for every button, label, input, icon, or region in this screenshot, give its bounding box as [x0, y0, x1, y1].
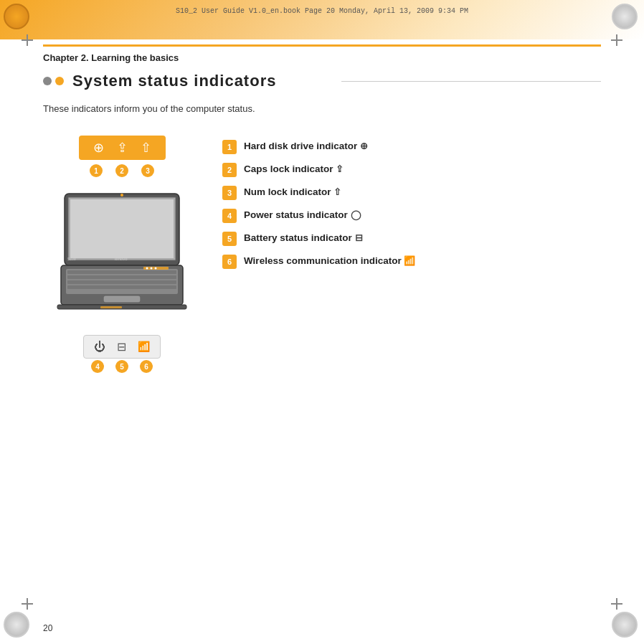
- top-badge-row: 1 2 3: [90, 164, 154, 177]
- badge-2: 2: [115, 164, 128, 177]
- section-title-row: System status indicators: [43, 72, 601, 90]
- ind-symbol-6: 📶: [404, 255, 415, 266]
- badge-3: 3: [141, 164, 154, 177]
- svg-rect-12: [104, 296, 140, 302]
- chapter-heading-text: Chapter 2. Learning the basics: [43, 52, 179, 63]
- badge-5: 5: [115, 360, 128, 373]
- svg-rect-11: [67, 285, 176, 289]
- svg-rect-8: [67, 270, 176, 274]
- ind-symbol-4: ◯: [351, 209, 361, 220]
- ind-label-2: Caps lock indicator ⇪: [244, 163, 344, 176]
- indicator-item-5: 5 Battery status indicator ⊟: [222, 227, 601, 250]
- ind-symbol-1: ⊕: [360, 141, 368, 151]
- title-dot-1: [43, 77, 52, 85]
- bottom-indicators-panel: ⏻ ⊟ 📶: [83, 335, 161, 359]
- title-dot-2: [55, 77, 64, 85]
- badge-1: 1: [90, 164, 103, 177]
- indicator-list: 1 Hard disk drive indicator ⊕ 2 Caps loc…: [222, 136, 601, 273]
- ind-label-6: Wireless communication indicator 📶: [244, 255, 415, 268]
- ind-label-1: Hard disk drive indicator ⊕: [244, 140, 368, 153]
- header-file-info: S10_2 User Guide V1.0_en.book Page 20 Mo…: [176, 7, 468, 15]
- wireless-icon: 📶: [138, 341, 150, 353]
- svg-rect-2: [70, 199, 174, 258]
- right-col-list: 1 Hard disk drive indicator ⊕ 2 Caps loc…: [222, 136, 601, 273]
- ind-badge-4: 4: [222, 209, 237, 223]
- cross-mark-br: [611, 598, 622, 610]
- indicator-item-3: 3 Num lock indicator ⇧: [222, 181, 601, 204]
- ind-label-5: Battery status indicator ⊟: [244, 232, 363, 245]
- corner-circle-br: [612, 612, 638, 638]
- cross-mark-bl: [22, 598, 33, 610]
- indicator-item-6: 6 Wireless communication indicator 📶: [222, 250, 601, 273]
- top-indicators-panel: ⊕ ⇪ ⇧: [79, 136, 166, 160]
- svg-point-5: [120, 194, 123, 196]
- ind-symbol-5: ⊟: [355, 232, 363, 243]
- ind-badge-3: 3: [222, 186, 237, 200]
- bottom-badge-row: 4 5 6: [91, 360, 153, 373]
- hdd-icon: ⊕: [93, 140, 104, 156]
- corner-circle-bl: [4, 612, 29, 638]
- svg-text:S10e: S10e: [67, 257, 76, 261]
- ind-badge-1: 1: [222, 140, 237, 154]
- battery-icon: ⊟: [117, 340, 126, 354]
- cross-mark-tl: [22, 34, 33, 46]
- svg-rect-9: [67, 275, 176, 279]
- power-icon: ⏻: [94, 341, 105, 354]
- corner-circle-tl: [4, 4, 29, 29]
- svg-point-14: [146, 267, 148, 270]
- cross-mark-tr: [611, 34, 622, 46]
- chapter-heading: Chapter 2. Learning the basics: [43, 44, 601, 64]
- page-number: 20: [43, 623, 52, 633]
- corner-decoration-tl: [4, 4, 32, 32]
- ind-badge-6: 6: [222, 255, 237, 269]
- ind-symbol-3: ⇧: [333, 186, 341, 197]
- ind-label-4: Power status indicator ◯: [244, 209, 361, 222]
- indicator-item-4: 4 Power status indicator ◯: [222, 204, 601, 227]
- ind-symbol-2: ⇪: [336, 164, 344, 174]
- main-two-col: ⊕ ⇪ ⇧ 1 2 3 lenovo: [43, 136, 601, 373]
- svg-point-16: [155, 267, 157, 270]
- title-dots: [43, 77, 64, 85]
- svg-text:lenovo: lenovo: [115, 257, 128, 261]
- svg-point-15: [151, 267, 153, 270]
- section-title-line: [341, 81, 602, 82]
- num-icon: ⇧: [141, 140, 151, 156]
- corner-decoration-bl: [4, 612, 32, 640]
- badge-6: 6: [140, 360, 153, 373]
- indicator-item-2: 2 Caps lock indicator ⇪: [222, 158, 601, 181]
- badge-4: 4: [91, 360, 104, 373]
- left-col-illustration: ⊕ ⇪ ⇧ 1 2 3 lenovo: [43, 136, 201, 373]
- ind-badge-5: 5: [222, 232, 237, 246]
- corner-decoration-tr: [612, 4, 640, 32]
- ind-badge-2: 2: [222, 163, 237, 177]
- content-area: System status indicators These indicator…: [43, 72, 601, 601]
- header-bar: [0, 0, 644, 39]
- ind-label-3: Num lock indicator ⇧: [244, 186, 341, 199]
- corner-decoration-br: [612, 612, 640, 640]
- corner-circle-tr: [612, 4, 638, 29]
- section-title: System status indicators: [72, 72, 333, 90]
- caps-icon: ⇪: [117, 140, 128, 156]
- svg-rect-10: [67, 280, 176, 284]
- indicator-item-1: 1 Hard disk drive indicator ⊕: [222, 136, 601, 158]
- svg-rect-18: [100, 306, 122, 308]
- laptop-svg: lenovo S10e: [50, 190, 194, 319]
- intro-text: These indicators inform you of the compu…: [43, 103, 601, 114]
- laptop-illustration: lenovo S10e: [50, 190, 194, 322]
